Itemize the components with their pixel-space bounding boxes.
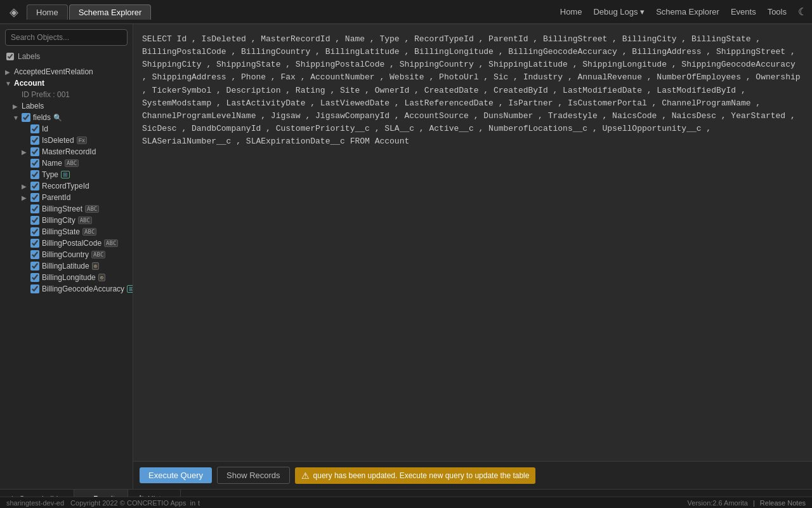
field-label: BillingState [42, 227, 80, 236]
topnav: ◈ Home Schema Explorer Home Debug Logs ▾… [0, 0, 812, 24]
tree-item-billinglongitude[interactable]: BillingLongitude ⊙ [0, 272, 133, 283]
tree-item-billingpostalcode[interactable]: BillingPostalCode ABC [0, 237, 133, 249]
warning-icon: ⚠ [301, 471, 310, 481]
right-panel: SELECT Id , IsDeleted , MasterRecordId ,… [133, 24, 812, 489]
field-label: BillingCountry [42, 250, 89, 259]
tree-item-type[interactable]: Type ⊞ [0, 169, 133, 180]
nav-tabs: Home Schema Explorer [27, 4, 151, 20]
billinglatitude-checkbox[interactable] [30, 262, 39, 271]
billingstate-checkbox[interactable] [30, 227, 39, 236]
footer-right: Version:2.6 Amorita | Release Notes [688, 499, 806, 507]
lookup-badge: ⊞ [127, 285, 133, 293]
id-prefix-label: ID Prefix : 001 [22, 90, 70, 99]
abc-badge: ABC [78, 217, 92, 224]
tree-item-fields[interactable]: ▼ fields 🔍 [0, 112, 133, 123]
tree-item-account[interactable]: ▼ Account [0, 77, 133, 89]
tree-item-billingstate[interactable]: BillingState ABC [0, 226, 133, 237]
warning-text: query has been updated. Execute new quer… [313, 471, 530, 480]
topnav-right: Home Debug Logs ▾ Schema Explorer Events… [560, 6, 807, 18]
show-records-button[interactable]: Show Records [217, 467, 290, 484]
lookup-badge: ⊞ [61, 171, 70, 178]
fields-checkbox[interactable] [22, 113, 30, 122]
query-text: SELECT Id , IsDeleted , MasterRecordId ,… [142, 33, 803, 148]
chevron-icon: ▶ [22, 149, 30, 156]
content-area: Labels ▶ AcceptedEventRelation ▼ Account… [0, 24, 812, 489]
billinggeocodeaccuracy-checkbox[interactable] [30, 284, 39, 293]
query-output: SELECT Id , IsDeleted , MasterRecordId ,… [133, 24, 812, 461]
execute-query-button[interactable]: Execute Query [140, 467, 212, 483]
footer-linkedin-icon[interactable]: in [190, 499, 195, 507]
name-checkbox[interactable] [30, 159, 39, 168]
field-label: BillingGeocodeAccuracy [42, 284, 124, 293]
tree-item-billingcity[interactable]: BillingCity ABC [0, 215, 133, 226]
isdeleted-checkbox[interactable] [30, 136, 39, 145]
billinglongitude-checkbox[interactable] [30, 273, 39, 282]
search-box [5, 29, 128, 46]
warning-message: ⚠ query has been updated. Execute new qu… [295, 467, 536, 484]
footer-copyright: Copyright 2022 © CONCRETIO Apps [70, 499, 186, 507]
field-label: BillingPostalCode [42, 239, 102, 248]
nav-schema-explorer[interactable]: Schema Explorer [656, 7, 719, 17]
footer-separator: | [753, 499, 755, 507]
nav-tools[interactable]: Tools [768, 7, 787, 17]
parentid-checkbox[interactable] [30, 193, 39, 202]
tree-item-label: AcceptedEventRelation [14, 67, 93, 76]
chevron-icon: ▶ [5, 69, 14, 76]
tab-home[interactable]: Home [27, 4, 68, 20]
tree-item-masterrecordid[interactable]: ▶ MasterRecordId [0, 146, 133, 157]
tree-item-parentid[interactable]: ▶ ParentId [0, 192, 133, 203]
left-panel: Labels ▶ AcceptedEventRelation ▼ Account… [0, 24, 133, 489]
tree-item-billinglatitude[interactable]: BillingLatitude ⊙ [0, 260, 133, 272]
tree-item-label: Account [14, 79, 44, 88]
tree-item-name[interactable]: Name ABC [0, 157, 133, 169]
tab-schema-explorer[interactable]: Schema Explorer [69, 4, 152, 20]
bottom-bar: Execute Query Show Records ⚠ query has b… [133, 461, 812, 489]
nav-debug-logs[interactable]: Debug Logs ▾ [593, 7, 645, 17]
billingpostalcode-checkbox[interactable] [30, 239, 39, 248]
num-badge: ⊙ [92, 262, 99, 270]
labels-checkbox[interactable] [6, 53, 14, 60]
field-label: RecordTypeId [42, 182, 89, 190]
tree-item-billingcountry[interactable]: BillingCountry ABC [0, 249, 133, 260]
nav-events[interactable]: Events [731, 7, 756, 17]
field-label: BillingLatitude [42, 262, 89, 271]
masterrecordid-checkbox[interactable] [30, 147, 39, 156]
field-label: BillingLongitude [42, 273, 96, 282]
footer-version: Version:2.6 Amorita [688, 499, 748, 507]
chevron-icon: ▶ [22, 183, 30, 190]
tree-item-acceptedeventrelation[interactable]: ▶ AcceptedEventRelation [0, 66, 133, 77]
field-label: Id [42, 124, 48, 133]
release-notes-link[interactable]: Release Notes [760, 499, 806, 507]
labels-row: Labels [0, 51, 133, 65]
num-badge: ⊙ [98, 274, 105, 281]
billingcountry-checkbox[interactable] [30, 250, 39, 259]
search-icon[interactable]: 🔍 [53, 114, 62, 122]
field-label: BillingCity [42, 216, 75, 225]
billingcity-checkbox[interactable] [30, 216, 39, 225]
abc-badge: ABC [85, 205, 99, 213]
footer-site: sharingtest-dev-ed [6, 499, 64, 507]
nav-home-link[interactable]: Home [560, 7, 582, 17]
abc-badge: ABC [65, 159, 79, 167]
tree-item-id[interactable]: Id [0, 123, 133, 135]
labels-text: Labels [18, 52, 40, 61]
app-logo: ◈ [5, 3, 23, 21]
field-label: ParentId [42, 193, 70, 202]
tree-item-billingstreet[interactable]: BillingStreet ABC [0, 203, 133, 215]
dark-mode-toggle[interactable]: ☾ [798, 6, 807, 18]
tree-item-isdeleted[interactable]: IsDeleted Fx [0, 135, 133, 146]
tree-item-billinggeocodeaccuracy[interactable]: BillingGeocodeAccuracy ⊞ [0, 283, 133, 295]
tree-item-idprefix: ID Prefix : 001 [0, 89, 133, 100]
type-checkbox[interactable] [30, 170, 39, 179]
field-label: Type [42, 170, 58, 179]
search-input[interactable] [5, 29, 128, 46]
tree-item-labels[interactable]: ▶ Labels [0, 100, 133, 112]
footer-bar: sharingtest-dev-ed Copyright 2022 © CONC… [0, 497, 812, 508]
formula-badge: Fx [77, 137, 87, 144]
billingstreet-checkbox[interactable] [30, 204, 39, 213]
recordtypeid-checkbox[interactable] [30, 182, 39, 190]
tree-item-recordtypeid[interactable]: ▶ RecordTypeId [0, 180, 133, 192]
id-checkbox[interactable] [30, 124, 39, 133]
fields-label: fields [33, 113, 51, 122]
footer-twitter-icon[interactable]: t [198, 499, 200, 507]
